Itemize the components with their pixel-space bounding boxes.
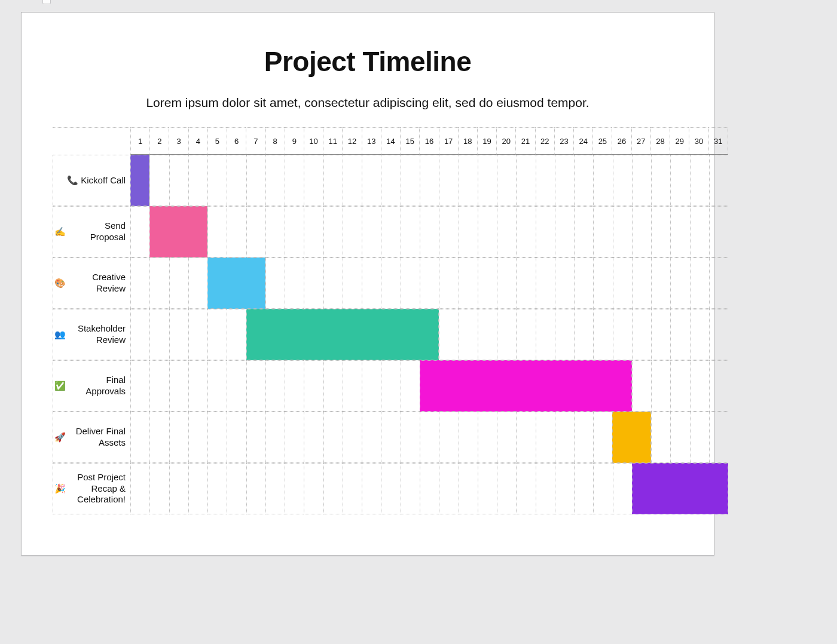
gantt-row: 🎨Creative Review (53, 257, 728, 309)
gantt-cell (555, 309, 574, 360)
gantt-cell (323, 412, 343, 463)
gantt-row-cells (130, 412, 728, 463)
gantt-day-header: 11 (323, 127, 342, 155)
gantt-cell (246, 463, 265, 514)
gantt-cell (246, 412, 265, 463)
task-emoji-icon: 👥 (54, 329, 66, 341)
gantt-day-header: 5 (207, 127, 227, 155)
gantt-row-cells (130, 360, 728, 412)
gantt-cell (670, 360, 689, 412)
gantt-header-spacer (53, 127, 130, 155)
gantt-cell (285, 155, 304, 206)
gantt-cell (169, 412, 188, 463)
gantt-cell (632, 206, 651, 257)
gantt-cell (690, 412, 709, 463)
gantt-cell (593, 257, 612, 309)
gantt-day-header: 8 (265, 127, 285, 155)
gantt-chart: 1234567891011121314151617181920212223242… (53, 127, 728, 514)
gantt-cell (304, 155, 323, 206)
gantt-cell (516, 206, 535, 257)
gantt-day-header: 4 (188, 127, 207, 155)
gantt-cell (709, 360, 728, 412)
gantt-cell (439, 412, 458, 463)
gantt-cell (459, 309, 478, 360)
gantt-day-header: 16 (419, 127, 438, 155)
gantt-cell (593, 309, 612, 360)
gantt-cell (265, 257, 285, 309)
gantt-cell (362, 412, 381, 463)
gantt-cell (381, 463, 400, 514)
gantt-cell (632, 360, 651, 412)
gantt-cell (401, 360, 420, 412)
gantt-bar[interactable] (130, 155, 149, 206)
gantt-row-cells (130, 309, 728, 360)
gantt-header-row: 1234567891011121314151617181920212223242… (53, 127, 728, 155)
task-emoji-icon: 🚀 (54, 432, 66, 443)
gantt-cell (690, 257, 709, 309)
gantt-day-header: 7 (246, 127, 265, 155)
gantt-cell (188, 412, 207, 463)
task-label-text: Send Proposal (68, 220, 126, 243)
gantt-cell (632, 155, 651, 206)
gantt-cell (574, 257, 593, 309)
gantt-cell (130, 360, 149, 412)
gantt-cell (555, 257, 574, 309)
gantt-cell (574, 206, 593, 257)
gantt-cell (709, 412, 728, 463)
gantt-cell (343, 206, 362, 257)
gantt-cell (497, 463, 516, 514)
gantt-cell (304, 206, 323, 257)
gantt-cell (343, 360, 362, 412)
gantt-cell (439, 309, 458, 360)
gantt-cell (478, 309, 497, 360)
gantt-cell (459, 412, 478, 463)
gantt-cell (265, 412, 285, 463)
gantt-bar[interactable] (246, 309, 439, 360)
task-emoji-icon: ✍️ (54, 226, 66, 238)
gantt-day-header: 21 (515, 127, 534, 155)
gantt-cell (265, 360, 285, 412)
gantt-cell (497, 412, 516, 463)
gantt-row-label: 🚀Deliver Final Assets (53, 412, 130, 463)
gantt-cell (149, 360, 169, 412)
gantt-cell (478, 206, 497, 257)
gantt-cell (285, 206, 304, 257)
gantt-cell (497, 309, 516, 360)
gantt-cell (265, 155, 285, 206)
gantt-bar[interactable] (612, 412, 651, 463)
gantt-day-header: 6 (227, 127, 246, 155)
gantt-cell (149, 412, 169, 463)
gantt-bar[interactable] (632, 463, 728, 514)
gantt-cell (709, 309, 728, 360)
gantt-day-header: 14 (381, 127, 400, 155)
gantt-bar[interactable] (207, 257, 265, 309)
gantt-cell (420, 463, 439, 514)
gantt-cell (130, 309, 149, 360)
gantt-cell (651, 206, 670, 257)
gantt-day-header: 20 (496, 127, 515, 155)
gantt-day-header: 28 (650, 127, 670, 155)
gantt-cell (188, 463, 207, 514)
gantt-cell (439, 155, 458, 206)
gantt-cell (149, 309, 169, 360)
slide-checkbox[interactable] (42, 0, 51, 4)
task-emoji-icon: 📞 (67, 175, 78, 186)
gantt-cell (516, 463, 535, 514)
gantt-row-label: 👥Stakeholder Review (53, 309, 130, 360)
gantt-cell (420, 412, 439, 463)
gantt-cell (304, 412, 323, 463)
gantt-cell (169, 360, 188, 412)
task-emoji-icon: 🎉 (54, 483, 66, 495)
gantt-cell (690, 155, 709, 206)
gantt-bar[interactable] (149, 206, 207, 257)
gantt-cell (574, 309, 593, 360)
gantt-bar[interactable] (420, 360, 632, 412)
gantt-cell (188, 309, 207, 360)
gantt-cell (574, 155, 593, 206)
gantt-row-cells (130, 155, 728, 206)
gantt-cell (149, 463, 169, 514)
gantt-cell (536, 257, 555, 309)
gantt-cell (516, 309, 535, 360)
gantt-cell (381, 206, 400, 257)
gantt-cell (670, 257, 689, 309)
